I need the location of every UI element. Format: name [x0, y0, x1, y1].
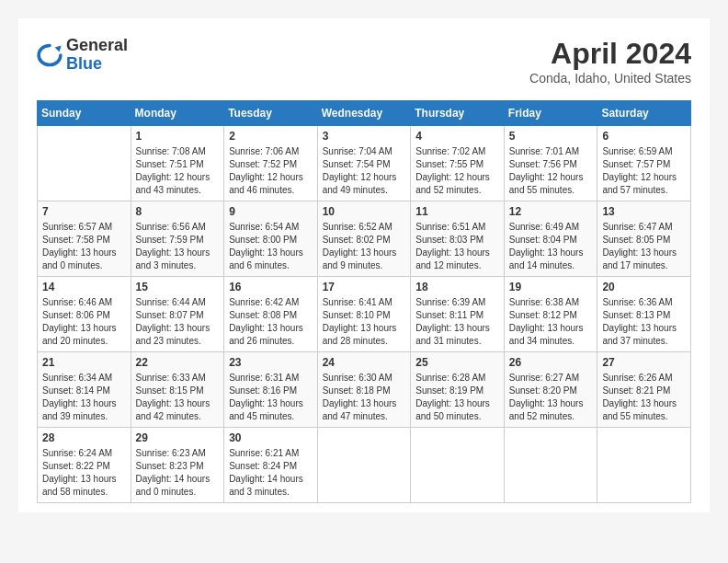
calendar-cell: 5Sunrise: 7:01 AM Sunset: 7:56 PM Daylig…: [504, 126, 597, 201]
day-number: 27: [602, 356, 686, 369]
day-number: 9: [229, 205, 313, 218]
calendar-cell: 15Sunrise: 6:44 AM Sunset: 8:07 PM Dayli…: [131, 277, 224, 352]
logo-icon: [37, 42, 63, 68]
day-number: 14: [42, 281, 126, 293]
day-number: 15: [136, 281, 220, 293]
logo-general: General: [66, 37, 128, 55]
day-info: Sunrise: 6:28 AM Sunset: 8:19 PM Dayligh…: [415, 372, 499, 423]
calendar-cell: [597, 428, 691, 503]
day-info: Sunrise: 6:47 AM Sunset: 8:05 PM Dayligh…: [602, 221, 686, 272]
page-header: General Blue April 2024 Conda, Idaho, Un…: [37, 37, 691, 86]
calendar-subtitle: Conda, Idaho, United States: [529, 71, 691, 86]
day-info: Sunrise: 6:57 AM Sunset: 7:58 PM Dayligh…: [42, 221, 126, 272]
logo-blue: Blue: [66, 55, 128, 74]
calendar-page: General Blue April 2024 Conda, Idaho, Un…: [18, 18, 710, 512]
day-number: 23: [229, 356, 313, 369]
day-info: Sunrise: 6:52 AM Sunset: 8:02 PM Dayligh…: [323, 221, 406, 272]
day-info: Sunrise: 7:04 AM Sunset: 7:54 PM Dayligh…: [323, 145, 406, 197]
day-info: Sunrise: 6:34 AM Sunset: 8:14 PM Dayligh…: [42, 372, 126, 423]
day-info: Sunrise: 6:26 AM Sunset: 8:21 PM Dayligh…: [602, 372, 686, 423]
calendar-cell: 21Sunrise: 6:34 AM Sunset: 8:14 PM Dayli…: [38, 352, 131, 428]
col-monday: Monday: [131, 101, 224, 126]
day-info: Sunrise: 6:56 AM Sunset: 7:59 PM Dayligh…: [136, 221, 220, 272]
calendar-cell: 28Sunrise: 6:24 AM Sunset: 8:22 PM Dayli…: [38, 428, 131, 503]
day-number: 8: [136, 205, 220, 218]
day-number: 7: [42, 205, 126, 218]
calendar-table: Sunday Monday Tuesday Wednesday Thursday…: [37, 100, 691, 503]
col-wednesday: Wednesday: [317, 101, 411, 126]
calendar-cell: 17Sunrise: 6:41 AM Sunset: 8:10 PM Dayli…: [317, 277, 411, 352]
calendar-cell: 14Sunrise: 6:46 AM Sunset: 8:06 PM Dayli…: [38, 277, 131, 352]
day-number: 11: [415, 205, 499, 218]
day-number: 12: [509, 205, 593, 218]
calendar-cell: 26Sunrise: 6:27 AM Sunset: 8:20 PM Dayli…: [504, 352, 597, 428]
col-saturday: Saturday: [597, 101, 691, 126]
day-info: Sunrise: 6:54 AM Sunset: 8:00 PM Dayligh…: [229, 221, 313, 272]
calendar-cell: 16Sunrise: 6:42 AM Sunset: 8:08 PM Dayli…: [224, 277, 318, 352]
logo-text: General Blue: [66, 37, 128, 74]
calendar-cell: [411, 428, 505, 503]
day-info: Sunrise: 6:31 AM Sunset: 8:16 PM Dayligh…: [229, 372, 313, 423]
calendar-cell: 18Sunrise: 6:39 AM Sunset: 8:11 PM Dayli…: [411, 277, 505, 352]
calendar-cell: 1Sunrise: 7:08 AM Sunset: 7:51 PM Daylig…: [131, 126, 224, 201]
calendar-week-0: 1Sunrise: 7:08 AM Sunset: 7:51 PM Daylig…: [38, 126, 691, 201]
header-row: Sunday Monday Tuesday Wednesday Thursday…: [38, 101, 691, 126]
day-number: 21: [42, 356, 126, 369]
calendar-week-4: 28Sunrise: 6:24 AM Sunset: 8:22 PM Dayli…: [38, 428, 691, 503]
calendar-cell: 10Sunrise: 6:52 AM Sunset: 8:02 PM Dayli…: [317, 201, 411, 277]
calendar-cell: 12Sunrise: 6:49 AM Sunset: 8:04 PM Dayli…: [504, 201, 597, 277]
day-number: 2: [229, 130, 313, 143]
day-info: Sunrise: 7:01 AM Sunset: 7:56 PM Dayligh…: [509, 145, 593, 197]
day-number: 30: [229, 431, 313, 444]
col-tuesday: Tuesday: [224, 101, 318, 126]
calendar-cell: 23Sunrise: 6:31 AM Sunset: 8:16 PM Dayli…: [224, 352, 318, 428]
calendar-cell: 13Sunrise: 6:47 AM Sunset: 8:05 PM Dayli…: [597, 201, 691, 277]
day-number: 19: [509, 281, 593, 293]
calendar-cell: 2Sunrise: 7:06 AM Sunset: 7:52 PM Daylig…: [224, 126, 318, 201]
calendar-cell: 4Sunrise: 7:02 AM Sunset: 7:55 PM Daylig…: [411, 126, 505, 201]
day-info: Sunrise: 6:36 AM Sunset: 8:13 PM Dayligh…: [602, 296, 686, 348]
day-number: 26: [509, 356, 593, 369]
day-info: Sunrise: 7:02 AM Sunset: 7:55 PM Dayligh…: [415, 145, 499, 197]
day-info: Sunrise: 6:51 AM Sunset: 8:03 PM Dayligh…: [415, 221, 499, 272]
day-info: Sunrise: 6:59 AM Sunset: 7:57 PM Dayligh…: [602, 145, 686, 197]
day-info: Sunrise: 6:41 AM Sunset: 8:10 PM Dayligh…: [323, 296, 406, 348]
day-info: Sunrise: 6:27 AM Sunset: 8:20 PM Dayligh…: [509, 372, 593, 423]
calendar-cell: 22Sunrise: 6:33 AM Sunset: 8:15 PM Dayli…: [131, 352, 224, 428]
day-number: 22: [136, 356, 220, 369]
day-number: 25: [415, 356, 499, 369]
calendar-week-2: 14Sunrise: 6:46 AM Sunset: 8:06 PM Dayli…: [38, 277, 691, 352]
calendar-cell: 24Sunrise: 6:30 AM Sunset: 8:18 PM Dayli…: [317, 352, 411, 428]
day-info: Sunrise: 6:39 AM Sunset: 8:11 PM Dayligh…: [415, 296, 499, 348]
calendar-cell: 30Sunrise: 6:21 AM Sunset: 8:24 PM Dayli…: [224, 428, 318, 503]
day-info: Sunrise: 7:08 AM Sunset: 7:51 PM Dayligh…: [136, 145, 220, 197]
day-info: Sunrise: 6:24 AM Sunset: 8:22 PM Dayligh…: [42, 447, 126, 499]
day-info: Sunrise: 6:46 AM Sunset: 8:06 PM Dayligh…: [42, 296, 126, 348]
calendar-cell: [317, 428, 411, 503]
day-number: 24: [323, 356, 406, 369]
calendar-week-1: 7Sunrise: 6:57 AM Sunset: 7:58 PM Daylig…: [38, 201, 691, 277]
calendar-cell: 7Sunrise: 6:57 AM Sunset: 7:58 PM Daylig…: [38, 201, 131, 277]
calendar-cell: 8Sunrise: 6:56 AM Sunset: 7:59 PM Daylig…: [131, 201, 224, 277]
calendar-cell: [504, 428, 597, 503]
day-number: 29: [136, 431, 220, 444]
calendar-cell: 11Sunrise: 6:51 AM Sunset: 8:03 PM Dayli…: [411, 201, 505, 277]
day-number: 4: [415, 130, 499, 143]
calendar-week-3: 21Sunrise: 6:34 AM Sunset: 8:14 PM Dayli…: [38, 352, 691, 428]
day-number: 1: [136, 130, 220, 143]
day-number: 18: [415, 281, 499, 293]
day-info: Sunrise: 6:49 AM Sunset: 8:04 PM Dayligh…: [509, 221, 593, 272]
day-number: 5: [509, 130, 593, 143]
logo: General Blue: [37, 37, 128, 74]
day-number: 20: [602, 281, 686, 293]
col-sunday: Sunday: [38, 101, 131, 126]
day-number: 28: [42, 431, 126, 444]
day-info: Sunrise: 6:42 AM Sunset: 8:08 PM Dayligh…: [229, 296, 313, 348]
calendar-cell: 19Sunrise: 6:38 AM Sunset: 8:12 PM Dayli…: [504, 277, 597, 352]
day-info: Sunrise: 7:06 AM Sunset: 7:52 PM Dayligh…: [229, 145, 313, 197]
title-block: April 2024 Conda, Idaho, United States: [529, 37, 691, 86]
calendar-cell: 29Sunrise: 6:23 AM Sunset: 8:23 PM Dayli…: [131, 428, 224, 503]
calendar-cell: 27Sunrise: 6:26 AM Sunset: 8:21 PM Dayli…: [597, 352, 691, 428]
day-info: Sunrise: 6:44 AM Sunset: 8:07 PM Dayligh…: [136, 296, 220, 348]
col-friday: Friday: [504, 101, 597, 126]
